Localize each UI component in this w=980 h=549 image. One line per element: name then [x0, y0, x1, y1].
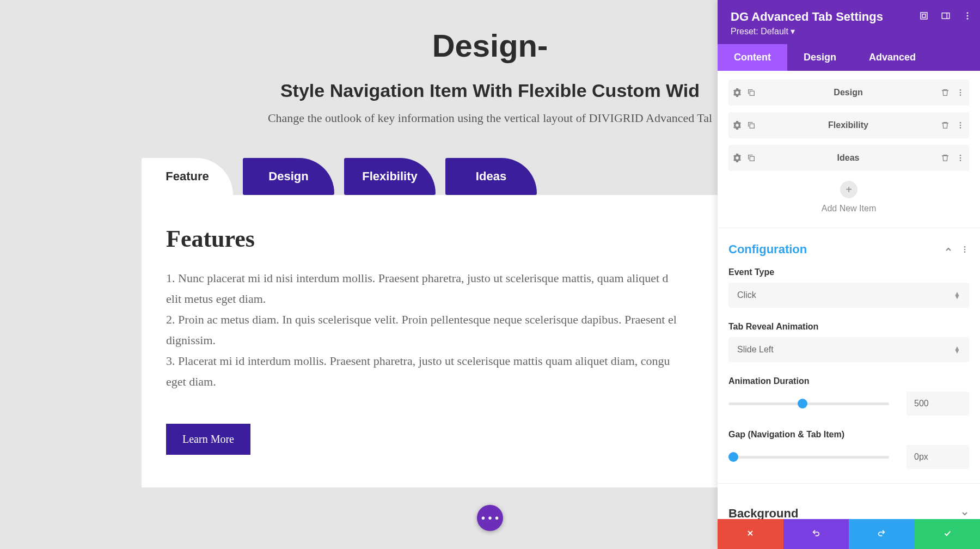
item-label: Flexibility [756, 120, 941, 130]
svg-rect-11 [750, 124, 754, 128]
close-icon [746, 528, 755, 540]
tab-design-panel[interactable]: Design [787, 44, 853, 71]
svg-rect-1 [922, 14, 926, 17]
event-type-label: Event Type [728, 267, 969, 277]
svg-point-9 [960, 92, 961, 94]
tab-advanced-panel[interactable]: Advanced [853, 44, 932, 71]
item-row-flexibility[interactable]: Flexibility [728, 112, 969, 138]
background-section-header[interactable]: Background [728, 484, 969, 519]
gear-icon[interactable] [733, 154, 742, 162]
configuration-title: Configuration [728, 242, 807, 257]
tab-feature[interactable]: Feature [142, 158, 233, 195]
svg-point-16 [960, 155, 961, 156]
svg-point-13 [960, 125, 961, 126]
tab-flexibility[interactable]: Flexibility [344, 158, 436, 195]
svg-rect-7 [750, 91, 754, 95]
svg-point-17 [960, 157, 961, 159]
panel-header: DG Advanced Tab Settings Preset: Default… [718, 0, 980, 44]
svg-point-20 [964, 249, 966, 251]
tab-design[interactable]: Design [243, 158, 334, 195]
gear-icon[interactable] [733, 121, 742, 130]
cancel-button[interactable] [718, 519, 783, 549]
expand-icon[interactable] [919, 11, 929, 21]
chevron-down-icon[interactable] [960, 509, 969, 518]
item-label: Design [756, 88, 941, 97]
kebab-icon[interactable] [963, 11, 972, 21]
reveal-animation-select[interactable]: Slide Left ▲▼ [728, 337, 969, 362]
chevron-up-icon[interactable] [944, 245, 953, 254]
configuration-section-header[interactable]: Configuration [728, 228, 969, 267]
check-icon [943, 528, 952, 540]
add-item-button[interactable]: + [840, 181, 857, 198]
content-p3b: eget diam. [166, 373, 814, 391]
kebab-icon[interactable] [960, 245, 969, 254]
trash-icon[interactable] [941, 154, 950, 162]
dots-icon: • • • [481, 512, 499, 524]
tab-content-panel[interactable]: Content [718, 44, 787, 71]
kebab-icon[interactable] [956, 154, 965, 162]
svg-rect-0 [921, 13, 927, 19]
dock-icon[interactable] [941, 11, 951, 21]
svg-point-8 [960, 89, 961, 91]
animation-duration-label: Animation Duration [728, 376, 969, 386]
svg-rect-2 [942, 13, 950, 19]
duration-value-input[interactable]: 500 [906, 392, 969, 416]
content-p1: 1. Nunc placerat mi id nisi interdum mol… [166, 269, 814, 288]
content-p2: 2. Proin ac metus diam. In quis sceleris… [166, 310, 814, 329]
gap-slider[interactable] [728, 456, 889, 459]
tab-ideas[interactable]: Ideas [445, 158, 537, 195]
gear-icon[interactable] [733, 88, 742, 97]
duplicate-icon[interactable] [747, 121, 756, 130]
svg-point-18 [960, 160, 961, 161]
reveal-animation-value: Slide Left [737, 345, 774, 355]
gap-label: Gap (Navigation & Tab Item) [728, 430, 969, 440]
preset-dropdown[interactable]: Preset: Default ▾ [731, 26, 967, 36]
save-button[interactable] [915, 519, 981, 549]
select-caret-icon: ▲▼ [954, 346, 960, 353]
fab-more-button[interactable]: • • • [477, 505, 503, 531]
item-label: Ideas [756, 153, 941, 163]
event-type-value: Click [737, 290, 756, 300]
select-caret-icon: ▲▼ [954, 292, 960, 298]
svg-point-19 [964, 246, 966, 248]
svg-point-6 [967, 18, 969, 20]
panel-body[interactable]: Design Flexibility Ideas [718, 71, 980, 519]
undo-icon [812, 528, 820, 540]
trash-icon[interactable] [941, 121, 950, 130]
learn-more-button[interactable]: Learn More [166, 424, 250, 455]
item-row-ideas[interactable]: Ideas [728, 145, 969, 171]
panel-footer [718, 519, 980, 549]
redo-icon [877, 528, 886, 540]
redo-button[interactable] [849, 519, 915, 549]
duplicate-icon[interactable] [747, 154, 756, 162]
slider-thumb[interactable] [728, 452, 738, 462]
content-heading: Features [166, 225, 814, 253]
undo-button[interactable] [783, 519, 849, 549]
event-type-select[interactable]: Click ▲▼ [728, 283, 969, 308]
svg-point-14 [960, 127, 961, 129]
slider-thumb[interactable] [798, 399, 807, 408]
duplicate-icon[interactable] [747, 88, 756, 97]
kebab-icon[interactable] [956, 88, 965, 97]
content-p1b: elit metus eget diam. [166, 290, 814, 308]
svg-rect-15 [750, 156, 754, 161]
content-p2b: dignissim. [166, 331, 814, 350]
gap-value-input[interactable]: 0px [906, 445, 969, 469]
svg-point-10 [960, 94, 961, 96]
trash-icon[interactable] [941, 88, 950, 97]
svg-point-5 [967, 15, 969, 17]
settings-panel: DG Advanced Tab Settings Preset: Default… [718, 0, 980, 549]
svg-point-4 [967, 12, 969, 14]
svg-point-21 [964, 251, 966, 253]
reveal-animation-label: Tab Reveal Animation [728, 322, 969, 332]
background-title: Background [728, 507, 798, 519]
kebab-icon[interactable] [956, 121, 965, 130]
duration-slider[interactable] [728, 402, 889, 405]
svg-point-12 [960, 122, 961, 124]
add-item-label: Add New Item [728, 204, 969, 213]
panel-tabs: Content Design Advanced [718, 44, 980, 71]
item-row-design[interactable]: Design [728, 80, 969, 106]
content-p3: 3. Placerat mi id interdum mollis. Praes… [166, 352, 814, 370]
